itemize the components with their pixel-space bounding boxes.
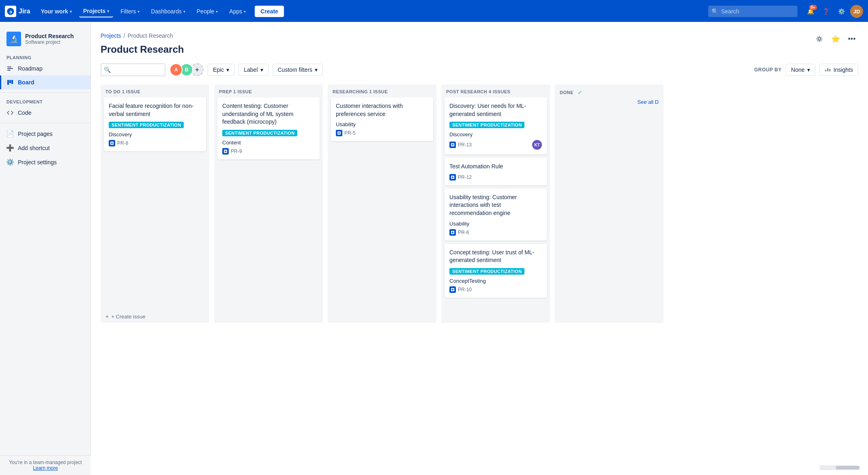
card-pr10[interactable]: Concept testing: User trust of ML-genera… <box>445 244 547 298</box>
chevron-down-icon: ▾ <box>244 9 246 14</box>
sidebar-code-label: Code <box>18 110 31 116</box>
column-researching: RESEARCHING 1 ISSUE Customer interaction… <box>328 84 436 323</box>
nav-projects[interactable]: Projects ▾ <box>79 5 113 17</box>
card-pr6-label: Usability <box>449 221 542 227</box>
column-todo-header: TO DO 1 ISSUE <box>101 84 209 97</box>
card-pr6[interactable]: Usability testing: Customer interactions… <box>445 189 547 241</box>
card-pr13-number: PR-13 <box>458 142 472 148</box>
card-pr8[interactable]: Facial feature recognition for non-verba… <box>104 97 206 151</box>
issue-icon-pr5 <box>336 130 342 136</box>
sidebar-item-project-pages[interactable]: 📄 Project pages <box>0 127 90 141</box>
card-pr8-number: PR-8 <box>117 140 128 146</box>
group-by-chevron-icon: ▾ <box>807 67 810 73</box>
column-prep-cards: Content testing: Customer understanding … <box>214 97 323 323</box>
nav-apps[interactable]: Apps ▾ <box>225 6 250 17</box>
board-toolbar: 🔍 A B + Epic ▾ Label ▾ Custom filters ▾ … <box>101 63 858 76</box>
sidebar-bottom-text: You're in a team-managed project Learn m… <box>0 455 91 475</box>
insights-button[interactable]: Insights <box>819 64 858 76</box>
column-researching-header: RESEARCHING 1 ISSUE <box>328 84 436 97</box>
column-done-title: DONE <box>560 90 574 95</box>
sidebar-roadmap-label: Roadmap <box>18 65 43 72</box>
nav-people[interactable]: People ▾ <box>193 6 222 17</box>
pages-icon: 📄 <box>6 130 14 138</box>
code-icon <box>6 109 14 116</box>
automate-button[interactable] <box>813 32 826 45</box>
card-pr10-footer: PR-10 <box>449 286 542 293</box>
card-pr10-number: PR-10 <box>458 287 472 292</box>
card-pr13-title: Discovery: User needs for ML-generated s… <box>449 102 542 118</box>
nav-filters[interactable]: Filters ▾ <box>116 6 144 17</box>
member-avatars: A B + <box>170 63 204 76</box>
chevron-down-icon: ▾ <box>183 9 185 14</box>
svg-rect-2 <box>7 70 11 71</box>
board-icon <box>6 79 14 86</box>
breadcrumb: Projects / Product Research <box>101 32 858 39</box>
card-pr5[interactable]: Customer interactions with preferences s… <box>331 97 433 141</box>
card-pr10-title: Concept testing: User trust of ML-genera… <box>449 249 542 264</box>
create-button[interactable]: Create <box>255 6 284 17</box>
star-button[interactable]: ⭐ <box>829 32 842 45</box>
scrollbar-area <box>819 465 860 470</box>
logo[interactable]: Jira <box>5 6 30 17</box>
breadcrumb-projects[interactable]: Projects <box>101 32 121 39</box>
sidebar-project-header: 🔬 Product Research Software project <box>0 28 90 52</box>
column-researching-title: RESEARCHING 1 ISSUE <box>333 89 388 94</box>
column-todo: TO DO 1 ISSUE Facial feature recognition… <box>101 84 209 323</box>
member-avatar-1[interactable]: A <box>170 63 183 76</box>
done-check-icon: ✓ <box>578 89 582 96</box>
card-pr6-issue: PR-6 <box>449 229 469 236</box>
card-pr6-title: Usability testing: Customer interactions… <box>449 193 542 217</box>
nav-your-work[interactable]: Your work ▾ <box>37 6 75 17</box>
column-post-research-header: POST RESEARCH 4 ISSUES <box>441 84 550 97</box>
card-pr13-label: Discovery <box>449 131 542 138</box>
main-content: Projects / Product Research Product Rese… <box>91 23 868 475</box>
card-pr8-issue: PR-8 <box>109 140 128 146</box>
card-pr9-number: PR-9 <box>231 148 242 154</box>
epic-chevron-icon: ▾ <box>226 67 229 73</box>
custom-filters-button[interactable]: Custom filters ▾ <box>273 64 323 76</box>
card-pr8-footer: PR-8 <box>109 140 201 146</box>
learn-more-link[interactable]: Learn more <box>33 465 58 471</box>
notifications-button[interactable]: 🔔 9+ <box>804 5 817 18</box>
more-options-button[interactable]: ••• <box>845 32 858 45</box>
add-shortcut-icon: ➕ <box>6 144 14 152</box>
card-pr13[interactable]: Discovery: User needs for ML-generated s… <box>445 97 547 155</box>
top-navigation: Jira Your work ▾ Projects ▾ Filters ▾ Da… <box>0 0 868 23</box>
issue-icon-pr6 <box>449 229 456 236</box>
card-pr12-footer: PR-12 <box>449 174 542 181</box>
card-pr9-footer: PR-9 <box>222 148 315 155</box>
card-pr12[interactable]: Test Automation Rule PR-12 <box>445 158 547 185</box>
card-pr9[interactable]: Content testing: Customer understanding … <box>217 97 320 159</box>
insights-icon <box>825 67 831 73</box>
svg-rect-0 <box>7 67 11 67</box>
card-pr9-title: Content testing: Customer understanding … <box>222 102 315 126</box>
label-filter-button[interactable]: Label ▾ <box>238 64 268 76</box>
sidebar-item-project-settings[interactable]: ⚙️ Project settings <box>0 155 90 169</box>
group-by-label: GROUP BY <box>754 67 782 73</box>
card-pr5-title: Customer interactions with preferences s… <box>336 102 428 118</box>
search-input[interactable] <box>708 6 797 17</box>
chevron-down-icon: ▾ <box>138 9 140 14</box>
create-issue-icon: + <box>105 313 109 320</box>
group-by-button[interactable]: None ▾ <box>786 64 815 76</box>
sidebar-item-add-shortcut[interactable]: ➕ Add shortcut <box>0 141 90 155</box>
help-button[interactable]: ❓ <box>819 5 832 18</box>
sidebar-item-code[interactable]: Code <box>0 106 90 120</box>
card-pr10-tag: SENTIMENT PRODUCTIZATION <box>449 268 524 275</box>
user-avatar[interactable]: JD <box>850 5 863 18</box>
column-todo-title: TO DO 1 ISSUE <box>105 89 140 94</box>
chevron-down-icon: ▾ <box>216 9 218 14</box>
page-actions: ⭐ ••• <box>813 32 858 45</box>
card-pr6-number: PR-6 <box>458 230 469 235</box>
sidebar-item-board[interactable]: Board <box>0 75 90 89</box>
settings-button[interactable]: ⚙️ <box>835 5 848 18</box>
column-post-research: POST RESEARCH 4 ISSUES Discovery: User n… <box>441 84 550 323</box>
see-all-done-link[interactable]: See all D <box>555 99 664 108</box>
sidebar-item-roadmap[interactable]: Roadmap <box>0 62 90 75</box>
card-pr12-title: Test Automation Rule <box>449 163 542 171</box>
create-issue-button[interactable]: + + Create issue <box>101 310 209 323</box>
svg-rect-1 <box>7 68 13 69</box>
column-researching-cards: Customer interactions with preferences s… <box>328 97 436 323</box>
nav-dashboards[interactable]: Dashboards ▾ <box>147 6 189 17</box>
epic-filter-button[interactable]: Epic ▾ <box>208 64 234 76</box>
